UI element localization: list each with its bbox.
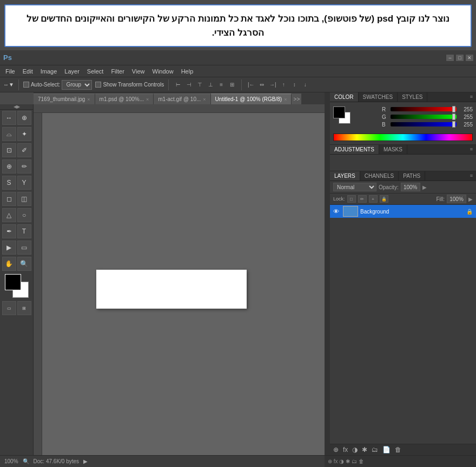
selection-tool-button[interactable]: ⊕ — [17, 111, 31, 125]
layers-panel-menu[interactable]: ≡ — [467, 171, 476, 181]
dist-bottom-icon[interactable]: ↓ — [300, 80, 310, 90]
add-mask-icon[interactable]: ◑ — [352, 446, 358, 453]
quickmask-button[interactable]: ⊞ — [17, 301, 31, 315]
minimize-button[interactable]: – — [446, 54, 454, 62]
tab-thumbnail[interactable]: 7169_thumbnail.jpg × — [34, 94, 95, 104]
tab-m1psd-close[interactable]: × — [146, 97, 149, 102]
green-slider[interactable] — [391, 115, 457, 120]
align-center-h-icon[interactable]: ⊣ — [184, 80, 194, 90]
add-adjustment-icon[interactable]: ✱ — [362, 446, 367, 453]
styles-tab[interactable]: STYLES — [398, 92, 427, 102]
close-button[interactable]: ✕ — [465, 54, 474, 62]
ps-header: Ps – □ ✕ — [0, 50, 476, 65]
lock-position-button[interactable]: + — [369, 195, 378, 203]
tab-m1psd[interactable]: m1.psd @ 100%... × — [95, 94, 154, 104]
lock-all-button[interactable]: 🔒 — [380, 195, 388, 203]
adjustments-tab[interactable]: ADJUSTMENTS — [330, 145, 379, 154]
history-brush-button[interactable]: Y — [17, 176, 31, 190]
align-left-icon[interactable]: ⊢ — [173, 80, 183, 90]
shape-tool-button[interactable]: ▭ — [17, 241, 31, 255]
tab-m1act[interactable]: m1-act.gif @ 10... × — [154, 94, 210, 104]
menu-image[interactable]: Image — [37, 67, 61, 76]
layers-tab[interactable]: LAYERS — [330, 171, 360, 181]
blue-slider[interactable] — [391, 122, 457, 128]
tab-untitled-close[interactable]: × — [284, 97, 287, 102]
blend-mode-dropdown[interactable]: Normal — [333, 183, 376, 191]
align-top-icon[interactable]: ⊥ — [206, 80, 215, 90]
fill-arrow[interactable]: ▶ — [468, 196, 473, 202]
dist-center-icon[interactable]: ⇔ — [257, 80, 267, 90]
new-layer-icon[interactable]: 📄 — [382, 446, 391, 453]
align-right-icon[interactable]: ⊤ — [195, 80, 204, 90]
transform-checkbox[interactable] — [95, 82, 101, 88]
red-slider[interactable] — [391, 107, 457, 112]
maximize-button[interactable]: □ — [455, 54, 464, 62]
delete-layer-icon[interactable]: 🗑 — [395, 446, 401, 453]
color-tab[interactable]: COLOR — [330, 92, 359, 102]
lasso-tool-button[interactable]: ⌓ — [2, 127, 16, 141]
lock-image-button[interactable]: ✏ — [358, 195, 367, 203]
tab-untitled[interactable]: Untitled-1 @ 100% (RGB/8) × — [211, 94, 292, 104]
menu-help[interactable]: Help — [178, 67, 197, 76]
tab-m1act-close[interactable]: × — [203, 97, 206, 102]
path-select-button[interactable]: ▶ — [2, 241, 16, 255]
align-bottom-icon[interactable]: ⊞ — [227, 80, 237, 90]
status-arrow[interactable]: ▶ — [83, 458, 88, 464]
adj-panel-menu[interactable]: ≡ — [467, 145, 476, 154]
gradient-button[interactable]: ◫ — [17, 192, 31, 206]
pen-tool-button[interactable]: ✒ — [2, 224, 16, 238]
align-middle-icon[interactable]: ≡ — [216, 80, 226, 90]
hand-tool-button[interactable]: ✋ — [2, 257, 16, 271]
layer-visibility-icon[interactable]: 👁 — [333, 208, 341, 215]
tab-more-button[interactable]: >> — [292, 94, 301, 104]
masks-tab[interactable]: MASKS — [379, 145, 407, 154]
new-group-icon[interactable]: 🗂 — [372, 446, 378, 453]
magic-wand-button[interactable]: ✦ — [17, 127, 31, 141]
tab-thumbnail-close[interactable]: × — [87, 97, 90, 102]
standard-mode-button[interactable]: ▭ — [2, 301, 16, 315]
tools-collapse-bar[interactable]: ◀▶ — [0, 104, 33, 110]
auto-select-checkbox[interactable] — [23, 82, 29, 88]
move-tool-button[interactable]: ↔ — [2, 111, 16, 125]
crop-tool-button[interactable]: ⊡ — [2, 143, 16, 157]
dist-left-icon[interactable]: |← — [246, 80, 256, 90]
move-tool[interactable]: ↔▼ — [3, 82, 14, 88]
layer-row-background[interactable]: 👁 Background 🔒 — [330, 205, 476, 218]
blue-value: 255 — [459, 122, 473, 128]
text-tool-button[interactable]: T — [17, 224, 31, 238]
fx-icon[interactable]: fx — [343, 446, 348, 453]
foreground-color-swatch[interactable] — [5, 274, 21, 290]
menu-window[interactable]: Window — [149, 67, 177, 76]
menu-view[interactable]: View — [129, 67, 148, 76]
color-spectrum[interactable] — [333, 134, 473, 141]
eyedropper-button[interactable]: ✐ — [17, 143, 31, 157]
heal-brush-button[interactable]: ⊕ — [2, 159, 16, 174]
dist-middle-icon[interactable]: ↕ — [289, 80, 299, 90]
dist-top-icon[interactable]: ↑ — [279, 80, 288, 90]
menu-file[interactable]: File — [2, 67, 18, 76]
canvas-content[interactable] — [42, 113, 325, 455]
swatches-tab[interactable]: SWATCHES — [359, 92, 398, 102]
menu-edit[interactable]: Edit — [19, 67, 36, 76]
menu-filter[interactable]: Filter — [108, 67, 127, 76]
menu-select[interactable]: Select — [84, 67, 107, 76]
lock-transparent-button[interactable]: □ — [347, 195, 356, 203]
clone-stamp-button[interactable]: S — [2, 176, 16, 190]
zoom-tool-button[interactable]: 🔍 — [17, 257, 31, 271]
dodge-button[interactable]: ○ — [17, 208, 31, 222]
auto-select-dropdown[interactable]: Group — [62, 80, 92, 90]
brush-tool-button[interactable]: ✏ — [17, 159, 31, 174]
fill-input[interactable] — [447, 195, 466, 203]
eraser-button[interactable]: ◻ — [2, 192, 16, 206]
opacity-arrow[interactable]: ▶ — [422, 184, 427, 190]
paths-tab[interactable]: PATHS — [399, 171, 425, 181]
foreground-color-preview[interactable] — [333, 106, 345, 118]
dist-right-icon[interactable]: →| — [268, 80, 277, 90]
panel-collapse-bar[interactable] — [325, 92, 330, 455]
blur-button[interactable]: △ — [2, 208, 16, 222]
link-layers-icon[interactable]: ⊕ — [333, 446, 339, 453]
color-panel-menu[interactable]: ≡ — [467, 92, 476, 102]
opacity-input[interactable] — [401, 183, 420, 191]
menu-layer[interactable]: Layer — [61, 67, 83, 76]
channels-tab[interactable]: CHANNELS — [360, 171, 399, 181]
